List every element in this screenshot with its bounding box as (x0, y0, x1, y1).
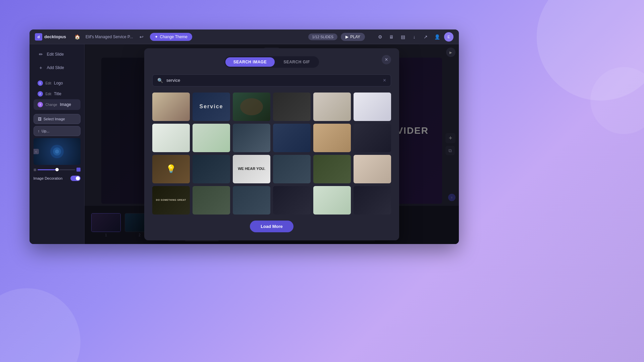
share-icon-btn[interactable]: ↗ (421, 33, 430, 41)
image-cell-16[interactable] (273, 155, 311, 183)
load-more-label: Load More (261, 224, 283, 229)
image-slider: ⊞ (34, 168, 80, 172)
preview-image-svg (49, 143, 65, 160)
image-cell-3[interactable] (233, 93, 270, 121)
select-image-button[interactable]: 🖼 Select Image (34, 114, 80, 124)
slider-icon: ⊞ (34, 168, 36, 172)
item-label-image: Image (60, 102, 71, 107)
image-grid: Service (152, 93, 391, 215)
slider-thumb (55, 168, 59, 171)
sidebar-item-add-slide[interactable]: + Add Slide (34, 62, 80, 74)
img3-inner (240, 98, 263, 115)
panel-item-image[interactable]: 3 Change Image (34, 99, 80, 110)
play-label: PLAY (350, 35, 360, 39)
app-window: d decktopus 🏠 Elif's Managed Service P..… (30, 29, 459, 244)
image-cell-2[interactable]: Service (193, 93, 230, 121)
image-cell-9[interactable] (233, 124, 270, 152)
edit-slide-label: Edit Slide (47, 52, 64, 57)
toggle-knob (76, 176, 80, 180)
modal-overlay: SEARCH IMAGE SEARCH GIF × 🔍 × (85, 44, 459, 244)
color-swatch[interactable] (76, 168, 80, 172)
users-icon-btn[interactable]: 👤 (433, 33, 441, 41)
image-cell-17[interactable] (313, 155, 351, 183)
change-theme-button[interactable]: ✦ Change Theme (150, 33, 193, 41)
image-cell-6[interactable] (354, 93, 391, 121)
file-name: Elif's Managed Service P... (86, 35, 133, 39)
monitor-icon-btn[interactable]: 🖥 (387, 33, 396, 41)
panel-item-logo[interactable]: 1 Edit Logo (34, 78, 80, 88)
play-button[interactable]: ▶ PLAY (341, 33, 365, 41)
app-logo-icon: d (35, 33, 42, 41)
search-input[interactable] (166, 78, 380, 83)
toolbar: d decktopus 🏠 Elif's Managed Service P..… (30, 29, 459, 44)
image-cell-19[interactable]: DO SOMETHING GREAT (152, 186, 190, 215)
image-cell-1[interactable] (152, 93, 190, 121)
item-action-change: Change (46, 103, 57, 107)
search-clear-button[interactable]: × (383, 77, 386, 83)
search-bar: 🔍 × (152, 74, 391, 86)
image-cell-12[interactable] (354, 124, 391, 152)
bg-decoration-circle-bottom (0, 288, 80, 362)
slider-track[interactable] (38, 169, 75, 170)
image-decoration-label: Image Decoration (34, 176, 63, 180)
tab-search-image[interactable]: SEARCH IMAGE (225, 57, 275, 67)
image-preview-box: ‹ (34, 138, 80, 165)
image-cell-7[interactable] (152, 124, 190, 152)
modal-tabs: SEARCH IMAGE SEARCH GIF (224, 56, 319, 68)
image-cell-5[interactable] (313, 93, 351, 121)
home-button[interactable]: 🏠 (73, 33, 82, 41)
layout-icon-btn[interactable]: ▤ (398, 33, 407, 41)
item-number-2: 2 (38, 91, 43, 97)
image-cell-15[interactable]: WE HEAR YOU. (233, 155, 270, 183)
tab-search-gif[interactable]: SEARCH GIF (275, 57, 318, 67)
image-preview-content (34, 138, 80, 165)
image-cell-21[interactable] (233, 186, 270, 215)
image-cell-24[interactable] (354, 186, 391, 215)
item-action-edit: Edit (46, 81, 51, 85)
item-label-title: Title (54, 92, 61, 96)
play-icon: ▶ (345, 35, 348, 39)
search-icon: 🔍 (157, 78, 163, 83)
image-cell-13[interactable]: 💡 (152, 155, 190, 183)
app-logo-text: decktopus (44, 34, 66, 39)
image-cell-14[interactable] (193, 155, 230, 183)
slide-counter-area: 1/12 SLIDES ▶ PLAY (308, 33, 365, 41)
image-cell-8[interactable] (193, 124, 230, 152)
toolbar-right-icons: ⚙ 🖥 ▤ ↓ ↗ 👤 E (376, 32, 453, 42)
item-label-logo: Logo (54, 81, 63, 85)
change-theme-label: Change Theme (160, 35, 188, 39)
history-button[interactable]: ↩ (137, 33, 146, 41)
left-panel: ✏ Edit Slide + Add Slide 1 Edit Logo 2 E… (30, 44, 85, 244)
image-decoration-row: Image Decoration (34, 174, 80, 182)
image-cell-23[interactable] (313, 186, 351, 215)
service-text-image: Service (200, 104, 223, 110)
select-image-section: 🖼 Select Image ↑ Up... ‹ (34, 114, 80, 182)
logo-area: d decktopus (35, 33, 66, 41)
image-search-modal: SEARCH IMAGE SEARCH GIF × 🔍 × (144, 48, 399, 240)
download-icon-btn[interactable]: ↓ (410, 33, 419, 41)
we-hear-you-text: WE HEAR YOU. (236, 165, 267, 172)
panel-item-title[interactable]: 2 Edit Title (34, 88, 80, 99)
image-cell-10[interactable] (273, 124, 311, 152)
slider-fill (38, 169, 56, 170)
modal-close-button[interactable]: × (382, 55, 391, 64)
select-image-label: Select Image (44, 117, 65, 121)
add-slide-label: Add Slide (47, 65, 64, 70)
settings-icon-btn[interactable]: ⚙ (376, 33, 384, 41)
image-cell-20[interactable] (193, 186, 230, 215)
image-decoration-toggle[interactable] (70, 176, 80, 181)
image-cell-4[interactable] (273, 93, 311, 121)
image-cell-18[interactable] (354, 155, 391, 183)
load-more-button[interactable]: Load More (250, 221, 293, 232)
prev-arrow[interactable]: ‹ (34, 149, 39, 154)
modal-header: SEARCH IMAGE SEARCH GIF × (152, 56, 391, 68)
image-cell-11[interactable] (313, 124, 351, 152)
sidebar-item-edit-slide[interactable]: ✏ Edit Slide (34, 48, 80, 60)
image-cell-22[interactable] (273, 186, 311, 215)
content-area: ✏ Edit Slide + Add Slide 1 Edit Logo 2 E… (30, 44, 459, 244)
do-something-great-text: DO SOMETHING GREAT (155, 198, 187, 202)
upload-button[interactable]: ↑ Up... (34, 126, 80, 136)
lightbulb-icon: 💡 (166, 164, 176, 174)
user-avatar[interactable]: E (444, 32, 453, 42)
svg-point-2 (55, 149, 59, 154)
